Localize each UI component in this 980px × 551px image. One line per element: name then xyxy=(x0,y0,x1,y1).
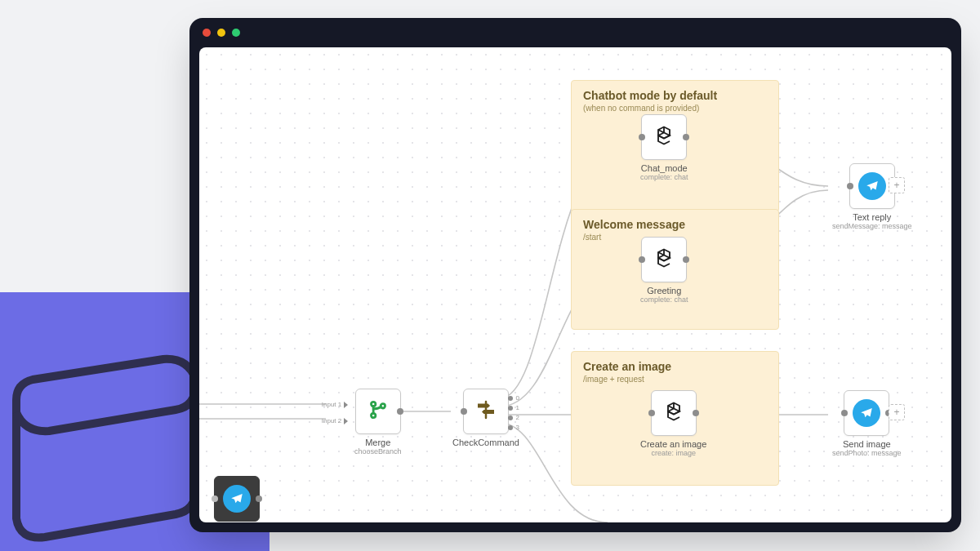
node-chat-mode[interactable]: Chat_mode complete: chat xyxy=(640,114,688,181)
app-window: Chatbot mode by default (when no command… xyxy=(189,18,961,532)
sticky-title: Create an image xyxy=(583,360,767,373)
check-command-out-0[interactable]: 0 xyxy=(508,394,519,402)
sticky-title: Welcome message xyxy=(583,218,767,231)
node-text-reply[interactable]: Text reply sendMessage: message xyxy=(832,163,912,230)
telegram-icon xyxy=(223,485,251,513)
node-sublabel: sendMessage: message xyxy=(832,222,912,230)
node-check-command[interactable]: 0 1 2 3 CheckCommand xyxy=(452,389,519,447)
workflow-canvas[interactable]: Chatbot mode by default (when no command… xyxy=(199,47,951,522)
merge-input-2[interactable]: Input 2 xyxy=(322,417,348,424)
window-maximize-button[interactable] xyxy=(232,29,240,37)
openai-icon xyxy=(653,124,675,150)
check-command-out-3[interactable]: 3 xyxy=(508,424,519,431)
signpost-icon xyxy=(474,398,498,425)
window-minimize-button[interactable] xyxy=(217,29,225,37)
node-sublabel: complete: chat xyxy=(640,173,688,181)
telegram-icon xyxy=(853,399,880,427)
check-command-out-1[interactable]: 1 xyxy=(508,404,519,411)
node-telegram-trigger[interactable] xyxy=(214,476,260,522)
openai-icon xyxy=(662,400,685,426)
node-send-image[interactable]: Send image sendPhoto: message xyxy=(832,390,902,457)
check-command-out-2[interactable]: 2 xyxy=(508,414,519,421)
node-sublabel: create: image xyxy=(651,449,696,457)
node-label: Send image xyxy=(843,439,891,449)
node-label: Create an image xyxy=(640,439,706,449)
node-label: Chat_mode xyxy=(641,163,688,173)
openai-icon xyxy=(653,247,675,273)
add-node-button[interactable]: + xyxy=(889,177,905,193)
node-greeting[interactable]: Greeting complete: chat xyxy=(640,237,688,304)
node-label: CheckCommand xyxy=(452,438,519,447)
plus-icon: + xyxy=(893,407,899,418)
node-merge[interactable]: Input 1 Input 2 Merge chooseBranch xyxy=(354,389,402,455)
window-close-button[interactable] xyxy=(203,29,211,37)
node-sublabel: chooseBranch xyxy=(354,447,402,455)
add-node-button[interactable]: + xyxy=(889,404,905,420)
node-label: Greeting xyxy=(647,286,681,295)
background-box-illustration xyxy=(0,335,212,547)
node-label: Merge xyxy=(365,438,390,447)
node-sublabel: complete: chat xyxy=(640,295,688,304)
sticky-subtitle: /image + request xyxy=(583,375,767,384)
merge-input-1[interactable]: Input 1 xyxy=(322,401,348,408)
git-branch-icon xyxy=(367,398,390,424)
plus-icon: + xyxy=(893,180,899,191)
window-title-bar xyxy=(189,18,961,47)
node-sublabel: sendPhoto: message xyxy=(832,449,902,457)
sticky-subtitle: (when no command is provided) xyxy=(583,104,767,113)
telegram-icon xyxy=(858,172,886,200)
node-label: Text reply xyxy=(853,212,891,222)
node-create-image[interactable]: Create an image create: image xyxy=(640,390,706,457)
sticky-title: Chatbot mode by default xyxy=(583,89,767,102)
